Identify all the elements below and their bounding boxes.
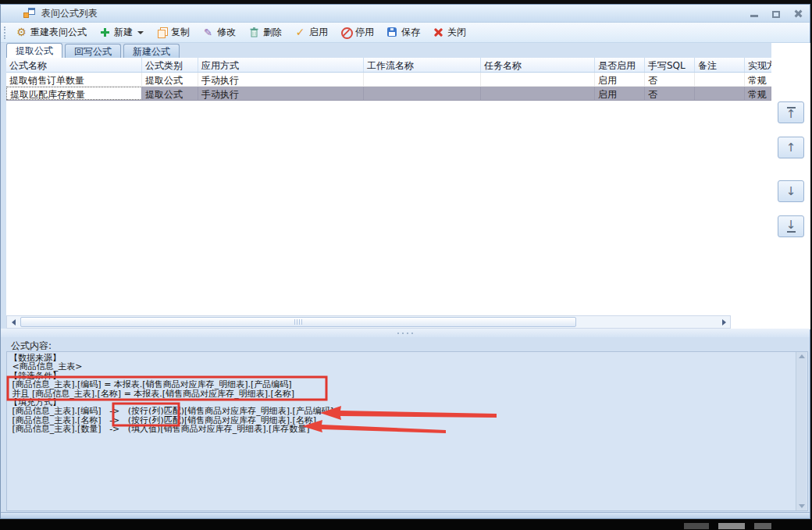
column-header-enabled[interactable]: 是否启用 [595,58,645,72]
left-arrow-icon [12,319,16,325]
close-window-button[interactable] [791,8,805,19]
close-button[interactable]: 关闭 [429,24,470,41]
tab-extract-formula[interactable]: 提取公式 [6,43,62,59]
rebuild-formula-button[interactable]: ⚙ 重建表间公式 [12,24,91,41]
table-row[interactable]: 提取销售订单数量 提取公式 手动执行 启用 否 常规 [6,73,771,87]
cell-apply-mode[interactable]: 手动执行 [198,73,364,86]
column-header-handwritten-sql[interactable]: 手写SQL [645,58,695,72]
button-label: 复制 [171,26,190,39]
column-header-task-name[interactable]: 任务名称 [481,58,595,72]
cell-task-name[interactable] [481,73,595,86]
window-bottom-border [1,512,810,518]
column-header-apply-mode[interactable]: 应用方式 [198,58,364,72]
cell-remark[interactable] [695,87,745,100]
cell-impl-mode[interactable]: 常规 [745,87,771,100]
button-label: 保存 [401,26,420,39]
taskbar-item [754,523,771,529]
tab-new-formula[interactable]: 新建公式 [123,44,180,59]
button-label: 关闭 [447,26,466,39]
titlebar: 表间公式列表 [1,5,810,23]
button-label: 删除 [263,26,282,39]
cell-apply-mode[interactable]: 手动执行 [198,87,364,100]
cell-formula-name[interactable]: 提取销售订单数量 [6,73,142,86]
column-header-formula-name[interactable]: 公式名称 [6,58,142,72]
column-header-formula-type[interactable]: 公式类别 [142,58,198,72]
toolbar: ⚙ 重建表间公式 新建 复制 ✎ 修改 [1,23,810,43]
column-header-impl-mode[interactable]: 实现方式 [745,58,771,72]
toolbar-grip[interactable] [4,27,6,39]
taskbar-strip [0,520,812,530]
formula-content-panel: 公式内容: 【数据来源】 <商品信息_主表> 【筛选条件】 [商品信息_主表].… [1,337,810,512]
formula-content-area: 【数据来源】 <商品信息_主表> 【筛选条件】 [商品信息_主表].[编码] =… [6,351,808,511]
scroll-left-button[interactable] [7,316,20,328]
disable-button[interactable]: 停用 [337,24,378,41]
new-dropdown-caret-icon[interactable] [137,31,144,34]
new-button[interactable]: 新建 [95,24,148,41]
formula-line: [商品信息_主表].[编码] = 本报表.[销售商品对应库存_明细表].[产品编… [7,380,807,389]
button-label: 新建 [114,26,133,39]
formula-vertical-scrollbar[interactable] [796,352,807,510]
scroll-up-icon [799,354,805,358]
tabstrip: 提取公式 回写公式 新建公式 [6,43,182,59]
column-header-remark[interactable]: 备注 [695,58,745,72]
column-header-workflow-name[interactable]: 工作流名称 [364,58,481,72]
save-button[interactable]: 保存 [383,24,424,41]
cell-formula-type[interactable]: 提取公式 [142,73,198,86]
tab-writeback-formula[interactable]: 回写公式 [65,44,121,59]
taskbar-item [718,523,745,529]
modify-button[interactable]: ✎ 修改 [198,24,240,41]
close-icon [793,9,803,18]
move-down-icon: ↓ [786,187,796,197]
check-icon: ✓ [294,27,306,38]
move-top-button[interactable]: ↑ [778,101,804,123]
button-label: 停用 [355,26,374,39]
window-title: 表间公式列表 [41,7,98,20]
formula-line: 【数据来源】 [7,354,807,362]
move-down-button[interactable]: ↓ [778,180,804,202]
move-up-button[interactable]: ↑ [778,137,804,158]
cell-workflow-name[interactable] [364,87,481,100]
formula-line: 并且 [商品信息_主表].[名称] = 本报表.[销售商品对应库存_明细表].[… [7,389,807,398]
copy-button[interactable]: 复制 [152,24,194,41]
plus-icon [99,27,111,38]
formula-line: [商品信息_主表].[数量] -> (填入值)[销售商品对应库存_明细表].[库… [7,425,807,433]
scroll-down-icon [799,504,805,508]
delete-button[interactable]: 删除 [244,24,286,41]
button-label: 修改 [217,26,236,39]
move-bottom-button[interactable]: ↓ [778,215,804,237]
button-label: 重建表间公式 [30,26,87,39]
cell-handwritten-sql[interactable]: 否 [645,73,695,86]
table-horizontal-scrollbar[interactable] [6,315,731,329]
cell-remark[interactable] [695,73,745,86]
up-arrow-icon: ↑ [786,109,796,119]
cell-formula-type[interactable]: 提取公式 [142,87,198,100]
cell-enabled[interactable]: 启用 [595,73,645,86]
scroll-right-button[interactable] [718,316,730,328]
scrollbar-corner [731,315,771,329]
panel-splitter[interactable] [1,329,810,337]
cell-impl-mode[interactable]: 常规 [745,73,771,86]
minimize-icon [750,15,758,17]
cell-enabled[interactable]: 启用 [595,87,645,100]
cell-handwritten-sql[interactable]: 否 [645,87,695,100]
save-icon [386,27,398,38]
enable-button[interactable]: ✓ 启用 [290,24,332,41]
cell-workflow-name[interactable] [364,73,481,86]
maximize-button[interactable] [769,8,783,19]
bottom-bar-icon [787,231,796,233]
table-row-selected[interactable]: 提取匹配库存数量 提取公式 手动执行 启用 否 常规 [6,87,771,101]
cell-formula-name-focused[interactable]: 提取匹配库存数量 [6,87,142,100]
window-controls [747,8,805,19]
move-up-icon: ↑ [786,143,796,153]
scrollbar-thumb[interactable] [20,317,576,327]
screen: 表间公式列表 ⚙ 重建表间公式 新建 复制 ✎ 修改 [0,0,812,530]
gear-icon: ⚙ [16,27,27,38]
maximize-icon [772,11,780,18]
formula-line: <商品信息_主表> [7,362,807,371]
move-bottom-icon: ↓ [786,220,796,230]
formula-table: 公式名称 公式类别 应用方式 工作流名称 任务名称 是否启用 手写SQL 备注 … [6,58,771,315]
cell-task-name[interactable] [481,87,595,100]
block-icon [340,27,352,38]
minimize-button[interactable] [747,8,761,19]
copy-icon [156,27,168,38]
